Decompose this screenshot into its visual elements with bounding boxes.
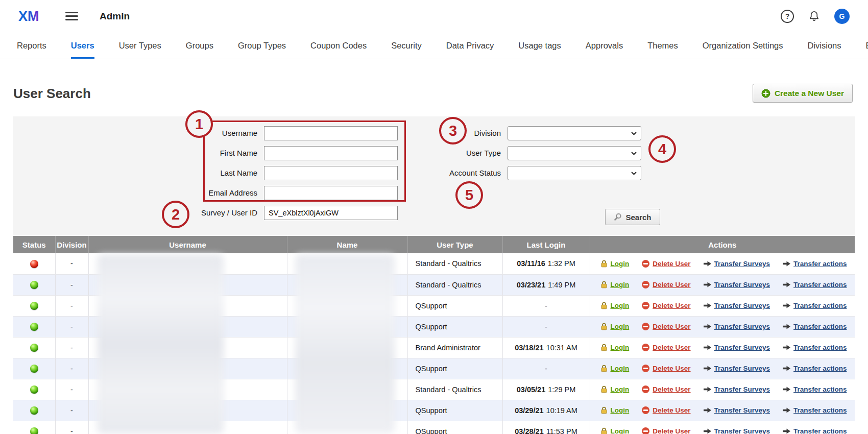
nav-tab[interactable]: Data Privacy xyxy=(446,32,494,59)
delete-user-link[interactable]: Delete User xyxy=(642,427,690,434)
nav-tab[interactable]: Groups xyxy=(186,32,213,59)
user-type-cell: Standard - Qualtrics xyxy=(407,379,502,400)
annotation-circle-4: 4 xyxy=(648,135,676,163)
division-cell: - xyxy=(55,421,88,434)
annotation-circle-1: 1 xyxy=(185,110,213,138)
status-cell xyxy=(13,337,55,358)
delete-user-link[interactable]: Delete User xyxy=(642,281,690,288)
login-link[interactable]: Login xyxy=(600,323,630,330)
delete-user-link[interactable]: Delete User xyxy=(642,385,690,393)
delete-icon xyxy=(642,302,649,309)
transfer-actions-link[interactable]: Transfer actions xyxy=(783,365,847,372)
nav-tab[interactable]: Themes xyxy=(647,32,678,59)
transfer-surveys-link[interactable]: Transfer Surveys xyxy=(704,427,770,434)
menu-icon[interactable] xyxy=(65,12,78,20)
login-link[interactable]: Login xyxy=(600,406,630,414)
lock-icon xyxy=(600,427,608,434)
transfer-surveys-link[interactable]: Transfer Surveys xyxy=(704,344,770,351)
arrow-right-icon xyxy=(783,345,790,350)
delete-icon xyxy=(642,406,649,414)
transfer-actions-link[interactable]: Transfer actions xyxy=(783,260,847,268)
search-button[interactable]: Search xyxy=(605,209,660,225)
transfer-surveys-link[interactable]: Transfer Surveys xyxy=(704,260,770,268)
arrow-right-icon xyxy=(783,428,790,434)
user-avatar[interactable]: G xyxy=(834,9,850,24)
arrow-right-icon xyxy=(783,324,790,329)
transfer-surveys-link[interactable]: Transfer Surveys xyxy=(704,406,770,414)
notifications-icon[interactable] xyxy=(808,10,820,22)
user-type-select[interactable] xyxy=(508,146,641,160)
redacted-name-column xyxy=(295,254,395,434)
nav-tab[interactable]: Organization Settings xyxy=(703,32,783,59)
delete-user-link[interactable]: Delete User xyxy=(642,260,690,268)
nav-tab-label: Groups xyxy=(186,41,213,51)
delete-user-link[interactable]: Delete User xyxy=(642,365,690,372)
nav-tab[interactable]: Group Types xyxy=(238,32,286,59)
delete-user-link[interactable]: Delete User xyxy=(642,302,690,309)
transfer-surveys-link[interactable]: Transfer Surveys xyxy=(704,281,770,288)
status-cell xyxy=(13,379,55,400)
nav-tab[interactable]: Reports xyxy=(17,32,46,59)
status-led-icon xyxy=(30,323,38,331)
actions-cell: Login Delete User Transfer Surveys Trans… xyxy=(590,295,855,316)
nav-tab[interactable]: Approvals xyxy=(586,32,623,59)
transfer-surveys-link[interactable]: Transfer Surveys xyxy=(704,302,770,309)
transfer-actions-link[interactable]: Transfer actions xyxy=(783,344,847,351)
division-cell: - xyxy=(55,379,88,400)
nav-tab[interactable]: User Types xyxy=(119,32,161,59)
help-icon[interactable]: ? xyxy=(781,10,794,23)
nav-tab[interactable]: Users xyxy=(71,32,94,59)
transfer-surveys-link[interactable]: Transfer Surveys xyxy=(704,385,770,393)
nav-tab-label: Security xyxy=(391,41,422,51)
transfer-actions-link[interactable]: Transfer actions xyxy=(783,302,847,309)
actions-cell: Login Delete User Transfer Surveys Trans… xyxy=(590,421,855,434)
survey-user-id-input[interactable] xyxy=(264,206,398,220)
division-cell: - xyxy=(55,337,88,358)
transfer-surveys-link[interactable]: Transfer Surveys xyxy=(704,323,770,330)
user-type-cell: QSupport xyxy=(407,421,502,434)
arrow-right-icon xyxy=(704,345,711,350)
column-header-division: Division xyxy=(55,236,88,253)
nav-tab[interactable]: Security xyxy=(391,32,422,59)
login-link[interactable]: Login xyxy=(600,427,630,434)
user-type-cell: QSupport xyxy=(407,358,502,379)
column-header-name: Name xyxy=(287,236,407,253)
login-link[interactable]: Login xyxy=(600,344,630,351)
nav-tab[interactable]: Coupon Codes xyxy=(310,32,367,59)
transfer-actions-link[interactable]: Transfer actions xyxy=(783,385,847,393)
account-status-select[interactable] xyxy=(508,166,641,180)
status-led-icon xyxy=(30,302,38,310)
login-link[interactable]: Login xyxy=(600,365,630,372)
division-cell: - xyxy=(55,400,88,421)
status-led-icon xyxy=(30,427,38,434)
division-select[interactable] xyxy=(508,126,641,140)
nav-tab[interactable]: E xyxy=(866,32,868,59)
login-link[interactable]: Login xyxy=(600,281,630,288)
transfer-actions-link[interactable]: Transfer actions xyxy=(783,427,847,434)
transfer-actions-link[interactable]: Transfer actions xyxy=(783,281,847,288)
user-type-cell: Standard - Qualtrics xyxy=(407,274,502,295)
status-cell xyxy=(13,400,55,421)
delete-icon xyxy=(642,385,649,393)
delete-user-link[interactable]: Delete User xyxy=(642,323,690,330)
user-type-cell: Standard - Qualtrics xyxy=(407,253,502,274)
last-login-cell: - xyxy=(502,295,590,316)
login-link[interactable]: Login xyxy=(600,385,630,393)
status-cell xyxy=(13,274,55,295)
nav-tab[interactable]: Usage tags xyxy=(518,32,561,59)
arrow-right-icon xyxy=(704,366,711,371)
delete-user-link[interactable]: Delete User xyxy=(642,406,690,414)
transfer-actions-link[interactable]: Transfer actions xyxy=(783,323,847,330)
nav-tab[interactable]: Divisions xyxy=(808,32,841,59)
nav-tab-label: Users xyxy=(71,41,94,51)
app-title: Admin xyxy=(100,11,130,22)
create-new-user-button[interactable]: Create a New User xyxy=(753,84,853,103)
nav-tab-label: Themes xyxy=(647,41,678,51)
delete-user-link[interactable]: Delete User xyxy=(642,344,690,351)
transfer-actions-link[interactable]: Transfer actions xyxy=(783,406,847,414)
arrow-right-icon xyxy=(783,407,790,413)
login-link[interactable]: Login xyxy=(600,260,630,268)
transfer-surveys-link[interactable]: Transfer Surveys xyxy=(704,365,770,372)
login-link[interactable]: Login xyxy=(600,302,630,309)
annotation-circle-2: 2 xyxy=(162,201,189,228)
